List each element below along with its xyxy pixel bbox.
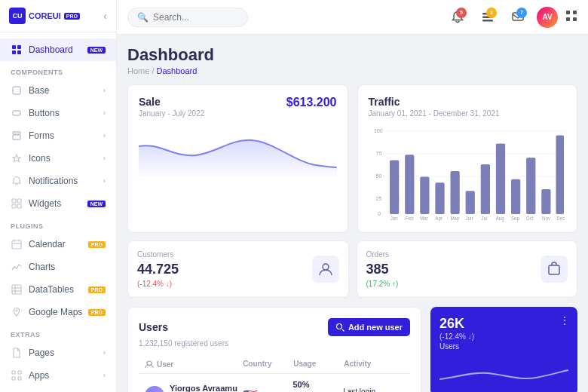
sidebar-item-label: Dashboard: [29, 44, 73, 55]
sidebar-item-label: DataTables: [29, 284, 74, 295]
sidebar-item-pages[interactable]: Pages ›: [0, 341, 116, 364]
col-country: Country: [243, 360, 290, 369]
sidebar-item-widgets[interactable]: Widgets NEW: [0, 192, 116, 215]
grid-apps-button[interactable]: [565, 10, 577, 25]
traffic-period: January 01, 2021 - December 31, 2021: [369, 109, 567, 118]
breadcrumb-home[interactable]: Home: [127, 66, 149, 75]
svg-marker-8: [13, 155, 20, 162]
svg-rect-58: [556, 136, 564, 215]
sale-value: $613.200: [286, 96, 337, 109]
search-input[interactable]: [153, 12, 228, 23]
charts-icon: [11, 261, 23, 273]
notifications-icon: [11, 175, 23, 187]
search-icon: 🔍: [137, 12, 149, 23]
traffic-chart: 100 75 50 25 0: [369, 124, 567, 222]
sidebar-item-label: Base: [29, 85, 49, 96]
svg-text:25: 25: [375, 195, 381, 203]
notifications-bell-button[interactable]: 5: [446, 6, 469, 29]
sidebar-item-base[interactable]: Base ›: [0, 79, 116, 102]
sidebar-item-dashboard[interactable]: Dashboard NEW: [0, 38, 116, 61]
sidebar-item-datatables[interactable]: DataTables PRO: [0, 278, 116, 301]
sidebar-item-buttons[interactable]: Buttons ›: [0, 102, 116, 124]
orders-value: 385: [366, 262, 399, 277]
add-user-button[interactable]: Add new user: [328, 318, 410, 336]
svg-rect-53: [480, 164, 489, 214]
section-components: COMPONENTS: [0, 61, 116, 79]
chevron-icon: ›: [103, 109, 106, 117]
users-title: Users: [139, 321, 168, 333]
section-extras: EXTRAS: [0, 323, 116, 341]
users-section: Users Add new user 1,232,150 registered …: [127, 307, 421, 392]
chevron-icon: ›: [103, 372, 106, 379]
icons-icon: [11, 152, 23, 164]
table-header: User Country Usage Activity: [139, 355, 410, 374]
sidebar-item-label: Charts: [29, 262, 55, 272]
sidebar-item-apps[interactable]: Apps ›: [0, 364, 116, 387]
chevron-icon: ›: [103, 155, 106, 162]
svg-text:May: May: [450, 216, 459, 222]
svg-rect-35: [566, 17, 570, 21]
map-icon: [11, 306, 23, 318]
svg-rect-31: [482, 20, 493, 22]
sale-chart: [139, 124, 337, 176]
sidebar-item-label: Google Maps: [29, 307, 82, 317]
sidebar-nav: Dashboard NEW COMPONENTS Base › Buttons …: [0, 32, 116, 392]
row-menu-button[interactable]: ⋮: [394, 390, 404, 392]
orders-icon: [541, 256, 568, 283]
sidebar-item-icons[interactable]: Icons ›: [0, 147, 116, 170]
pro-badge: PRO: [88, 286, 106, 293]
chevron-icon: ›: [103, 349, 106, 357]
sidebar-item-charts[interactable]: Charts: [0, 256, 116, 278]
breadcrumb: Home / Dashboard: [127, 66, 577, 75]
svg-rect-4: [13, 87, 20, 94]
sidebar: CU COREUI PRO ‹ Dashboard NEW COMPONENTS…: [0, 0, 117, 392]
chevron-icon: ›: [103, 132, 106, 139]
svg-rect-24: [12, 377, 15, 380]
table-row: YA Yiorgos Avraamu New | Registered: Jan…: [139, 374, 410, 392]
sidebar-item-label: Buttons: [29, 108, 60, 118]
sale-period: January - July 2022: [139, 109, 204, 118]
apps-icon: [11, 369, 23, 381]
stats-row: Customers 44.725 (-12.4% ↓) Orders 385 (…: [127, 240, 577, 298]
orders-label: Orders: [366, 250, 399, 259]
svg-rect-48: [405, 155, 414, 214]
sidebar-item-label: Apps: [29, 370, 49, 381]
traffic-card: Traffic January 01, 2021 - December 31, …: [357, 84, 578, 233]
svg-rect-7: [13, 135, 20, 139]
header: 🔍 5 3 7 AV: [117, 0, 588, 35]
user-avatar: YA: [145, 386, 164, 392]
customers-stat-card: Customers 44.725 (-12.4% ↓): [127, 240, 349, 298]
search-box[interactable]: 🔍: [127, 8, 248, 27]
orders-stat-card: Orders 385 (17.2% ↑): [357, 240, 578, 298]
svg-rect-49: [420, 177, 429, 215]
svg-text:Dec: Dec: [556, 216, 565, 221]
sidebar-item-googlemaps[interactable]: Google Maps PRO: [0, 301, 116, 323]
messages-badge: 7: [516, 8, 527, 18]
metric-menu-button[interactable]: ⋮: [559, 314, 570, 326]
traffic-title: Traffic: [369, 96, 567, 108]
sidebar-item-label: Pages: [29, 348, 54, 358]
sidebar-item-forms[interactable]: Forms ›: [0, 124, 116, 147]
sidebar-item-docs[interactable]: Docs: [0, 387, 116, 392]
user-flag: 🇺🇸: [243, 388, 290, 392]
sidebar-header: CU COREUI PRO ‹: [0, 0, 116, 32]
svg-rect-0: [12, 45, 16, 49]
svg-text:Sep: Sep: [511, 216, 519, 222]
user-name: Yiorgos Avraamu: [170, 384, 240, 392]
sidebar-item-label: Forms: [29, 130, 54, 141]
sidebar-item-notifications[interactable]: Notifications ›: [0, 170, 116, 192]
sidebar-item-calendar[interactable]: Calendar PRO: [0, 233, 116, 256]
svg-text:Mar: Mar: [420, 216, 428, 221]
svg-rect-57: [541, 189, 550, 214]
svg-rect-47: [390, 161, 399, 215]
col-usage: Usage: [293, 360, 341, 369]
list-button[interactable]: 3: [476, 6, 499, 29]
svg-rect-56: [526, 158, 535, 214]
sidebar-item-label: Calendar: [29, 239, 66, 250]
svg-rect-34: [573, 11, 577, 14]
svg-rect-50: [435, 182, 444, 214]
sidebar-toggle[interactable]: ‹: [103, 10, 107, 22]
pages-icon: [11, 347, 23, 359]
avatar[interactable]: AV: [537, 7, 558, 28]
messages-button[interactable]: 7: [507, 6, 529, 29]
